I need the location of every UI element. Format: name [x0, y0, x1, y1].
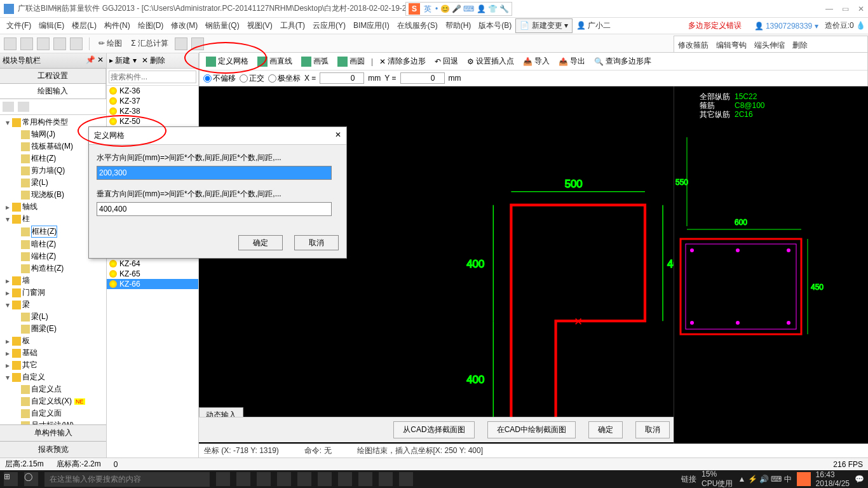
windows-taskbar[interactable]: ⊞ ◯ 在这里输入你要搜索的内容 链接 15%CPU使用 ▲ ⚡ 🔊 ⌨ 中 1…	[0, 470, 868, 488]
clock[interactable]: 16:432018/4/25	[816, 470, 850, 488]
app3-icon[interactable]	[297, 472, 311, 486]
clear-poly-button[interactable]: ✕ 清除多边形	[377, 55, 428, 68]
nav-pin-icon[interactable]: 📌 ✕	[86, 55, 104, 66]
comp-search-input[interactable]	[109, 71, 196, 83]
open-icon[interactable]	[20, 37, 33, 50]
component-item[interactable]: KZ-66	[107, 279, 198, 289]
app5-icon[interactable]	[379, 472, 393, 486]
user-label[interactable]: 👤 广小二	[573, 18, 614, 33]
draw-label[interactable]: ✏ 绘图	[96, 38, 125, 49]
redo-icon[interactable]	[70, 37, 83, 50]
new-change-button[interactable]: 📄 新建变更 ▾	[515, 18, 573, 33]
mod-stirrup-button[interactable]: 修改箍筋	[678, 40, 709, 51]
taskbar-search[interactable]: 在这里输入你要搜索的内容	[44, 472, 210, 487]
tree-node[interactable]: 圈梁(E)	[1, 323, 105, 335]
draw-circle-button[interactable]: 画圆	[335, 55, 367, 68]
tree-node[interactable]: ▾自定义	[1, 371, 105, 383]
undo-poly-button[interactable]: ↶ 回退	[432, 55, 461, 68]
component-item[interactable]: KZ-36	[107, 86, 198, 96]
tree-node[interactable]: 构造柱(Z)	[1, 262, 105, 274]
comp-delete-button[interactable]: ✕ 删除	[142, 55, 165, 66]
export-button[interactable]: 📤 导出	[556, 55, 588, 68]
menu-view[interactable]: 视图(V)	[243, 18, 276, 33]
end-extend-button[interactable]: 端头伸缩	[754, 40, 785, 51]
menu-edit[interactable]: 编辑(E)	[35, 18, 68, 33]
menu-rebar[interactable]: 钢筋量(Q)	[201, 18, 243, 33]
section-canvas[interactable]: 全部纵筋15C22 箍筋C8@100 其它纵筋2C16 550 600 450	[674, 86, 868, 458]
tray-icons[interactable]: ▲ ⚡ 🔊 ⌨ 中	[738, 474, 791, 485]
tool-a-icon[interactable]	[175, 37, 187, 50]
notifications-icon[interactable]: 💬	[855, 475, 864, 484]
phone-label[interactable]: 👤 13907298339 ▾	[754, 22, 818, 30]
app2-icon[interactable]	[257, 472, 271, 486]
tree-node[interactable]: 自定义点	[1, 383, 105, 395]
v-spacing-input[interactable]	[97, 202, 332, 216]
ortho-radio[interactable]: 正交	[240, 73, 264, 84]
tab-project[interactable]: 工程设置	[0, 69, 106, 83]
h-spacing-input[interactable]	[97, 166, 332, 180]
tab-draw-input[interactable]: 绘图输入	[0, 84, 106, 98]
menu-component[interactable]: 构件(N)	[100, 18, 134, 33]
ime-bar[interactable]: S 英 • 😊 🎤 ⌨ 👤 👕 🔧	[405, 2, 512, 16]
maximize-icon[interactable]: ▭	[842, 4, 849, 13]
undo-icon[interactable]	[53, 37, 66, 50]
sum-label[interactable]: Σ 汇总计算	[128, 38, 171, 49]
tree-node[interactable]: ▸基础	[1, 347, 105, 359]
menu-cloud[interactable]: 云应用(Y)	[309, 18, 349, 33]
menu-online[interactable]: 在线服务(S)	[393, 18, 442, 33]
tool-b-icon[interactable]	[191, 37, 204, 50]
taskview-icon[interactable]	[216, 472, 230, 486]
tree-node[interactable]: ▸门窗洞	[1, 287, 105, 299]
set-insert-button[interactable]: ⚙ 设置插入点	[465, 55, 517, 68]
menu-draw[interactable]: 绘图(D)	[134, 18, 168, 33]
app1-icon[interactable]	[236, 472, 250, 486]
define-grid-button[interactable]: 定义网格	[203, 55, 251, 68]
delete-button[interactable]: 删除	[792, 40, 808, 51]
sogou-icon[interactable]	[797, 472, 811, 486]
component-item[interactable]: KZ-65	[107, 269, 198, 279]
report-preview-button[interactable]: 报表预览	[0, 441, 106, 458]
minimize-icon[interactable]: —	[825, 4, 833, 13]
app6-icon[interactable]	[399, 472, 413, 486]
component-item[interactable]: KZ-38	[107, 106, 198, 116]
close-icon[interactable]: ✕	[858, 4, 864, 13]
tree-node[interactable]: 梁(L)	[1, 311, 105, 323]
cad-cancel-button[interactable]: 取消	[635, 421, 670, 438]
edge-icon[interactable]	[277, 472, 291, 486]
mini-icon-1[interactable]	[3, 102, 14, 112]
menu-modify[interactable]: 修改(M)	[167, 18, 201, 33]
draw-arc-button[interactable]: 画弧	[299, 55, 331, 68]
no-offset-radio[interactable]: 不偏移	[203, 73, 236, 84]
polar-radio[interactable]: 极坐标	[268, 73, 301, 84]
app4-icon[interactable]	[358, 472, 372, 486]
tree-node[interactable]: ▸板	[1, 335, 105, 347]
cortana-icon[interactable]: ◯	[24, 472, 38, 486]
tree-node[interactable]: ▸墙	[1, 274, 105, 287]
mini-icon-2[interactable]	[18, 102, 29, 112]
menu-version[interactable]: 版本号(B)	[475, 18, 515, 33]
dialog-ok-button[interactable]: 确定	[238, 235, 283, 250]
component-item[interactable]: KZ-37	[107, 96, 198, 106]
comp-new-button[interactable]: ▸ 新建 ▾	[109, 55, 137, 66]
y-input[interactable]	[400, 72, 445, 84]
x-input[interactable]	[320, 72, 364, 84]
dialog-close-icon[interactable]: ✕	[335, 130, 341, 141]
edit-hook-button[interactable]: 编辑弯钩	[716, 40, 747, 51]
cad-ok-button[interactable]: 确定	[588, 421, 623, 438]
start-icon[interactable]: ⊞	[4, 472, 18, 486]
menu-help[interactable]: 帮助(H)	[442, 18, 475, 33]
ie-icon[interactable]	[318, 472, 332, 486]
menu-floor[interactable]: 楼层(L)	[68, 18, 100, 33]
single-input-button[interactable]: 单构件输入	[0, 424, 106, 441]
cad-select-button[interactable]: 从CAD选择截面图	[393, 421, 474, 438]
new-file-icon[interactable]	[4, 37, 17, 50]
tree-node[interactable]: ▸其它	[1, 359, 105, 371]
query-lib-button[interactable]: 🔍 查询多边形库	[592, 55, 654, 68]
tree-node[interactable]: 自定义线(X)NE	[1, 395, 105, 407]
menu-file[interactable]: 文件(F)	[3, 18, 35, 33]
tree-node[interactable]: 自定义面	[1, 407, 105, 419]
tree-node[interactable]: ▾梁	[1, 299, 105, 311]
menu-bim[interactable]: BIM应用(I)	[349, 18, 393, 33]
cad-draw-button[interactable]: 在CAD中绘制截面图	[487, 421, 576, 438]
import-button[interactable]: 📥 导入	[520, 55, 552, 68]
